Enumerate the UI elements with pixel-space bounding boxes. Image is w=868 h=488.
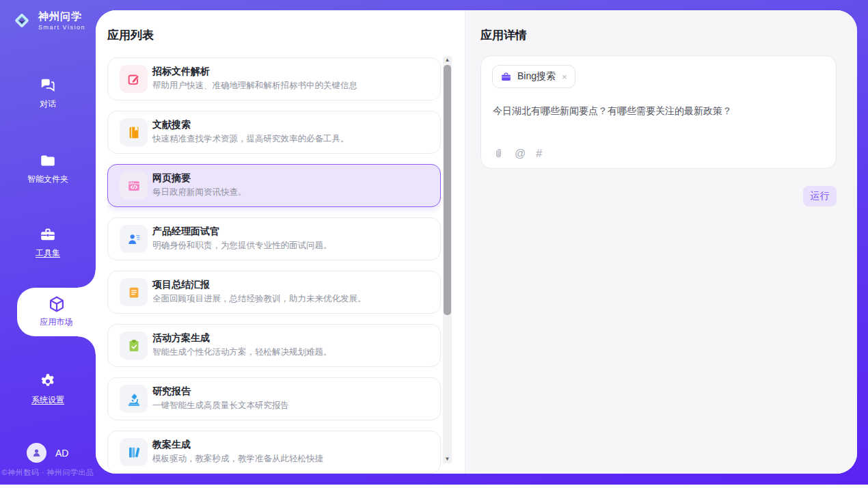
app-card-web-summary[interactable]: 网页摘要 每日政府新闻资讯快查。 [107, 164, 441, 207]
scrollbar-up-arrow[interactable]: ▲ [443, 56, 452, 64]
app-card-research-report[interactable]: 研究报告 一键智能生成高质量长文本研究报告 [107, 377, 441, 420]
app-card-lesson-plan[interactable]: 教案生成 模板驱动，教案秒成，教学准备从此轻松快捷 [107, 431, 441, 474]
paperclip-icon[interactable] [493, 147, 504, 160]
app-card-event-plan[interactable]: 活动方案生成 智能生成个性化活动方案，轻松解决规划难题。 [107, 324, 441, 367]
sidebar-item-chat[interactable]: 对话 [0, 77, 96, 110]
scrollbar-down-arrow[interactable]: ▼ [443, 455, 452, 463]
app-card-desc: 帮助用户快速、准确地理解和解析招标书中的关键信息 [152, 80, 357, 92]
app-card-desc: 智能生成个性化活动方案，轻松解决规划难题。 [152, 347, 332, 358]
web-code-icon [120, 172, 148, 200]
app-card-desc: 模板驱动，教案秒成，教学准备从此轻松快捷 [152, 453, 323, 465]
avatar [27, 443, 46, 463]
app-card-title: 文献搜索 [152, 119, 191, 131]
tab-notch-bottom [78, 336, 96, 354]
main-panel: 应用列表 招标文件解析 帮助用户快速、准确地理解和解析招标书中的关键信息 [96, 10, 857, 474]
sidebar-item-toolset[interactable]: 工具集 [0, 226, 96, 259]
app-card-desc: 全面回顾项目进展，总结经验教训，助力未来优化发展。 [152, 293, 366, 305]
scrollbar[interactable]: ▲ ▼ [443, 56, 452, 463]
sidebar-item-settings[interactable]: 系统设置 [0, 372, 96, 406]
brand-title: 神州问学 [38, 10, 85, 23]
scrollbar-thumb[interactable] [444, 65, 451, 315]
interviewer-icon [120, 225, 148, 253]
prompt-editor[interactable]: Bing搜索 × 今日湖北有哪些新闻要点？有哪些需要关注的最新政策？ @ # [480, 55, 837, 169]
edit-document-icon [120, 65, 148, 93]
sidebar-item-label: 对话 [0, 98, 96, 110]
tool-chip-bing-search[interactable]: Bing搜索 × [492, 65, 575, 88]
app-list-section: 应用列表 招标文件解析 帮助用户快速、准确地理解和解析招标书中的关键信息 [96, 10, 465, 474]
gear-icon [39, 372, 57, 390]
app-card-title: 招标文件解析 [152, 66, 210, 78]
diamond-logo-icon [10, 9, 33, 32]
run-button[interactable]: 运行 [803, 186, 837, 206]
app-card-desc: 明确身份和职责，为您提供专业性的面试问题。 [152, 240, 332, 252]
clipboard-check-icon [120, 331, 148, 360]
chat-icon [39, 77, 57, 94]
sidebar: 神州问学 Smart Vision 对话 智能文件夹 工具 [0, 0, 96, 485]
report-note-icon [120, 278, 148, 306]
app-detail-title: 应用详情 [480, 27, 527, 43]
app-card-desc: 一键智能生成高质量长文本研究报告 [152, 400, 289, 411]
app-card-bid-document-analysis[interactable]: 招标文件解析 帮助用户快速、准确地理解和解析招标书中的关键信息 [107, 57, 441, 100]
query-text: 今日湖北有哪些新闻要点？有哪些需要关注的最新政策？ [493, 104, 822, 118]
app-card-list: 招标文件解析 帮助用户快速、准确地理解和解析招标书中的关键信息 文献搜索 快速精… [107, 57, 441, 474]
app-card-project-summary[interactable]: 项目总结汇报 全面回顾项目进展，总结经验教训，助力未来优化发展。 [107, 271, 441, 314]
app-card-literature-search[interactable]: 文献搜索 快速精准查找学术资源，提高研究效率的必备工具。 [107, 111, 441, 154]
chip-close-icon[interactable]: × [562, 72, 567, 82]
user-initials: AD [55, 448, 68, 459]
app-card-desc: 每日政府新闻资讯快查。 [152, 187, 247, 198]
app-card-desc: 快速精准查找学术资源，提高研究效率的必备工具。 [152, 133, 349, 145]
mention-icon[interactable]: @ [515, 148, 526, 159]
app-card-title: 教案生成 [152, 439, 191, 451]
app-card-title: 活动方案生成 [152, 332, 210, 344]
app-list-title: 应用列表 [107, 27, 154, 43]
sidebar-item-label: 系统设置 [0, 394, 96, 406]
hashtag-icon[interactable]: # [536, 148, 542, 159]
app-card-title: 网页摘要 [152, 172, 191, 185]
copyright-text: ©神州数码 · 神州问学出品 [0, 467, 96, 478]
tab-notch-top [78, 270, 96, 288]
sidebar-item-label: 应用市场 [17, 316, 96, 328]
book-icon [120, 118, 148, 146]
attachment-toolbar: @ # [493, 147, 542, 160]
brand-logo: 神州问学 Smart Vision [0, 9, 96, 32]
toolbox-icon [39, 226, 57, 243]
app-card-pm-interviewer[interactable]: 产品经理面试官 明确身份和职责，为您提供专业性的面试问题。 [107, 217, 441, 260]
person-icon [31, 447, 42, 459]
books-icon [120, 438, 148, 466]
folder-icon [39, 152, 57, 170]
microscope-icon [120, 385, 148, 413]
brand-subtitle: Smart Vision [38, 24, 85, 31]
sidebar-item-label: 工具集 [0, 247, 96, 259]
app-frame: 神州问学 Smart Vision 对话 智能文件夹 工具 [0, 0, 868, 485]
cube-icon [47, 295, 66, 314]
briefcase-icon [500, 71, 512, 83]
app-card-title: 研究报告 [152, 385, 191, 398]
app-detail-section: 应用详情 Bing搜索 × 今日湖北有哪些新闻要点？有哪些需要关注的最新政策？ [465, 10, 857, 474]
tool-chip-label: Bing搜索 [517, 70, 556, 83]
sidebar-item-app-market[interactable]: 应用市场 [17, 288, 96, 336]
sidebar-item-smart-folder[interactable]: 智能文件夹 [0, 152, 96, 185]
user-account[interactable]: AD [27, 443, 68, 463]
app-card-title: 产品经理面试官 [152, 226, 219, 238]
sidebar-item-label: 智能文件夹 [0, 174, 96, 185]
app-card-title: 项目总结汇报 [152, 279, 210, 291]
